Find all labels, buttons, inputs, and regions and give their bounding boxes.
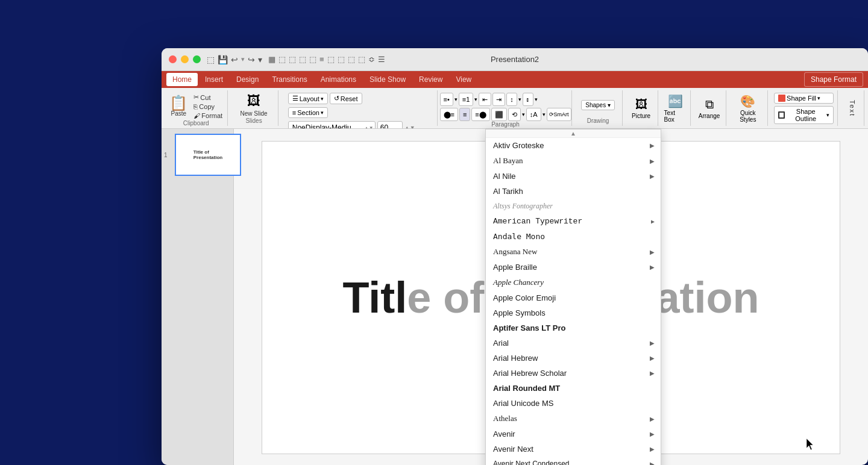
- tab-animations[interactable]: Animations: [315, 73, 362, 86]
- tab-insert[interactable]: Insert: [199, 73, 229, 86]
- slides-label: Slides: [245, 117, 262, 124]
- quickstyles-group-section: 🎨 Quick Styles: [729, 90, 769, 126]
- font-item-arial-hebrew-scholar[interactable]: Arial Hebrew Scholar ▶: [486, 366, 661, 381]
- layout-button[interactable]: ☰ Layout ▾: [288, 93, 328, 104]
- reset-button[interactable]: ↺ Reset: [330, 93, 362, 104]
- submenu-chevron: ▶: [650, 370, 655, 376]
- ribbon-nav: Home Insert Design Transitions Animation…: [162, 71, 868, 88]
- font-family-input[interactable]: [288, 121, 376, 129]
- font-item-athelas[interactable]: Athelas ▶: [486, 411, 661, 426]
- font-item-al-tarikh[interactable]: Al Tarikh: [486, 184, 661, 199]
- tab-slideshow[interactable]: Slide Show: [363, 73, 412, 86]
- tab-transitions[interactable]: Transitions: [266, 73, 313, 86]
- font-item-apple-symbols[interactable]: Apple Symbols: [486, 305, 661, 320]
- redo-icon[interactable]: ↪: [248, 55, 255, 64]
- font-item-angsana-new[interactable]: Angsana New ▶: [486, 244, 661, 260]
- font-item-arial-unicode-ms[interactable]: Arial Unicode MS: [486, 396, 661, 411]
- font-item-american-typewriter[interactable]: American Typewriter ▶: [486, 214, 661, 229]
- toolbar-icon-9[interactable]: ⬚: [348, 55, 355, 64]
- shape-fill-button[interactable]: Shape Fill ▾: [774, 93, 834, 104]
- font-item-apple-braille[interactable]: Apple Braille ▶: [486, 260, 661, 275]
- toolbar-icon-12[interactable]: ☰: [378, 55, 385, 64]
- drawing-label: Drawing: [587, 117, 609, 124]
- decrease-indent-button[interactable]: ⇤: [479, 93, 491, 106]
- tab-review[interactable]: Review: [413, 73, 448, 86]
- font-size-input[interactable]: [377, 121, 403, 129]
- arrange-group-section: ⧉ Arrange: [693, 90, 726, 126]
- slide-thumbnail-1[interactable]: Title ofPresentation: [175, 134, 241, 176]
- font-item-aktiv-groteske[interactable]: Aktiv Groteske ▶: [486, 138, 661, 153]
- ribbon-toolbar: 📋 Paste ✂ Cut ⎘ Copy 🖌 Format: [162, 88, 868, 129]
- toolbar-icon-11[interactable]: ≎: [368, 55, 375, 64]
- bullets-button[interactable]: ≡•: [440, 93, 453, 106]
- toolbar-icon-4[interactable]: ⬚: [299, 55, 306, 64]
- toolbar-icon-10[interactable]: ⬚: [358, 55, 365, 64]
- toolbar-icon-5[interactable]: ⬚: [309, 55, 316, 64]
- align-left-button[interactable]: ⬤≡: [440, 108, 458, 121]
- arrange-label: Arrange: [699, 113, 720, 119]
- font-group: ☰ Layout ▾ ↺ Reset ≡ Section ▾ ▲▼: [281, 90, 438, 126]
- tab-shape-format[interactable]: Shape Format: [804, 72, 863, 87]
- increase-indent-button[interactable]: ⇥: [492, 93, 505, 106]
- font-item-al-bayan[interactable]: Al Bayan ▶: [486, 153, 661, 169]
- page-layout-icon[interactable]: ⬚: [207, 55, 215, 64]
- align-right-button[interactable]: ≡⬤: [471, 108, 489, 121]
- slide-thumbnail-panel: 1 Title ofPresentation: [162, 129, 234, 465]
- columns-button[interactable]: ⫾: [523, 93, 533, 106]
- submenu-chevron: ▶: [650, 158, 655, 164]
- drawing-group: Shapes ▾ Drawing: [574, 90, 623, 126]
- tab-view[interactable]: View: [450, 73, 477, 86]
- toolbar-icon-2[interactable]: ⬚: [278, 55, 286, 64]
- font-dropdown: ▲ Aktiv Groteske ▶ Al Bayan ▶ Al Nile ▶ …: [485, 129, 661, 465]
- undo-dropdown[interactable]: ▾: [241, 55, 245, 63]
- toolbar-icon-7[interactable]: ⬚: [327, 55, 335, 64]
- submenu-chevron: ▶: [650, 431, 655, 437]
- paste-button[interactable]: 📋 Paste: [167, 95, 190, 118]
- tab-design[interactable]: Design: [230, 73, 265, 86]
- font-item-arial-rounded-mt[interactable]: Arial Rounded MT: [486, 381, 661, 396]
- smartart-button[interactable]: ⟳SmArt: [547, 108, 571, 121]
- save-icon[interactable]: 💾: [218, 55, 228, 64]
- cut-button[interactable]: ✂ Cut: [191, 93, 225, 102]
- submenu-chevron: ▶: [650, 173, 655, 179]
- numbering-button[interactable]: ≡1: [459, 93, 474, 106]
- paragraph-group: ≡• ▾ ≡1 ▾ ⇤ ⇥ ↕ ▾ ⫾ ▾ ⬤≡ ≡ ≡⬤ ⬛ ⟲: [440, 90, 572, 126]
- font-item-andale-mono[interactable]: Andale Mono: [486, 229, 661, 244]
- format-painter-button[interactable]: 🖌 Format: [191, 111, 225, 120]
- minimize-button[interactable]: [181, 55, 189, 63]
- font-item-apple-chancery[interactable]: Apple Chancery: [486, 275, 661, 290]
- font-item-apple-color-emoji[interactable]: Apple Color Emoji: [486, 290, 661, 305]
- tab-home[interactable]: Home: [166, 73, 198, 86]
- font-item-arial-hebrew[interactable]: Arial Hebrew ▶: [486, 351, 661, 366]
- copy-button[interactable]: ⎘ Copy: [191, 102, 225, 111]
- font-item-al-nile[interactable]: Al Nile ▶: [486, 169, 661, 184]
- picture-label: Picture: [632, 113, 650, 119]
- undo-icon[interactable]: ↩: [231, 55, 238, 64]
- align-center-button[interactable]: ≡: [459, 108, 470, 121]
- font-item-altsys[interactable]: Altsys Fontographer: [486, 199, 661, 214]
- scroll-up-indicator[interactable]: ▲: [486, 130, 661, 138]
- toolbar-icon-3[interactable]: ⬚: [289, 55, 296, 64]
- text-vertical-label: Text: [849, 100, 856, 117]
- close-button[interactable]: [169, 55, 177, 63]
- shape-outline-button[interactable]: Shape Outline ▾: [774, 106, 834, 124]
- toolbar-icon-1[interactable]: ▦: [268, 55, 275, 64]
- font-item-aptifer[interactable]: Aptifer Sans LT Pro: [486, 320, 661, 335]
- justify-button[interactable]: ⬛: [491, 108, 507, 121]
- line-spacing-button[interactable]: ↕: [506, 93, 517, 106]
- submenu-chevron: ▶: [650, 355, 655, 361]
- text-direction-button[interactable]: ⟲: [508, 108, 521, 121]
- font-item-avenir-next-condensed[interactable]: Avenir Next Condensed ▶: [486, 457, 661, 465]
- toolbar-icon-8[interactable]: ⬚: [338, 55, 345, 64]
- font-item-avenir[interactable]: Avenir ▶: [486, 426, 661, 442]
- more-icon[interactable]: ▾: [258, 55, 262, 64]
- maximize-button[interactable]: [193, 55, 201, 63]
- align-text-button[interactable]: ↕A: [526, 108, 541, 121]
- font-item-arial[interactable]: Arial ▶: [486, 335, 661, 351]
- font-item-avenir-next[interactable]: Avenir Next ▶: [486, 442, 661, 457]
- shapes-gallery-button[interactable]: Shapes ▾: [581, 100, 615, 110]
- traffic-lights: [169, 55, 201, 63]
- toolbar-icon-6[interactable]: ≡: [319, 55, 324, 64]
- section-button[interactable]: ≡ Section ▾: [288, 107, 328, 118]
- new-slide-button[interactable]: 🖼 New Slide: [241, 93, 268, 117]
